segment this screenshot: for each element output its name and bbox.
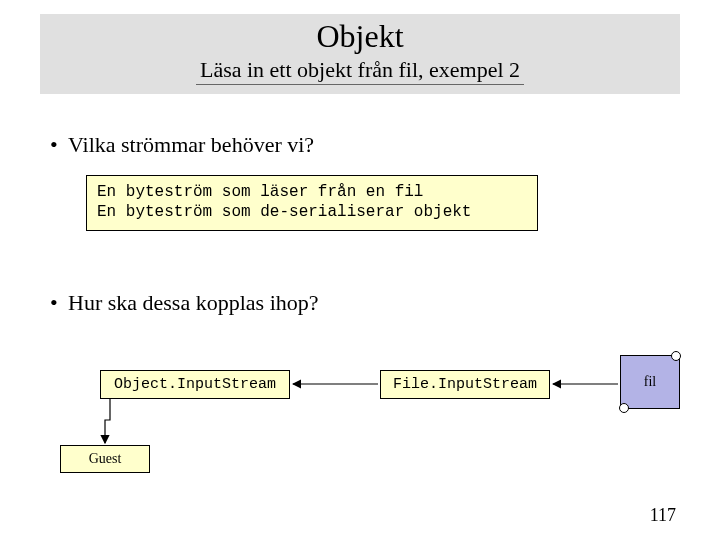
node-file-label: fil — [621, 374, 679, 390]
node-file-scroll: fil — [620, 355, 680, 409]
bullet-1: •Vilka strömmar behöver vi? — [50, 132, 314, 158]
bullet-dot-icon: • — [50, 290, 68, 316]
bullet-2: •Hur ska dessa kopplas ihop? — [50, 290, 319, 316]
node-objectinputstream-label: Object.InputStream — [101, 371, 289, 398]
code-box: En byteström som läser från en fil En by… — [86, 175, 538, 231]
node-guest: Guest — [60, 445, 150, 473]
title-main: Objekt — [40, 14, 680, 55]
title-sub: Läsa in ett objekt från fil, exempel 2 — [196, 57, 524, 85]
bullet-2-text: Hur ska dessa kopplas ihop? — [68, 290, 319, 315]
scroll-curl-icon — [671, 351, 681, 361]
bullet-1-text: Vilka strömmar behöver vi? — [68, 132, 314, 157]
page-number: 117 — [650, 505, 676, 526]
node-guest-label: Guest — [61, 446, 149, 472]
node-objectinputstream: Object.InputStream — [100, 370, 290, 399]
code-line-2: En byteström som de-serialiserar objekt — [97, 203, 471, 221]
node-fileinputstream: File.InputStream — [380, 370, 550, 399]
title-band: Objekt Läsa in ett objekt från fil, exem… — [40, 14, 680, 94]
code-line-1: En byteström som läser från en fil — [97, 183, 423, 201]
scroll-curl-icon — [619, 403, 629, 413]
node-fileinputstream-label: File.InputStream — [381, 371, 549, 398]
flow-diagram: Object.InputStream File.InputStream fil … — [0, 350, 720, 470]
slide: Objekt Läsa in ett objekt från fil, exem… — [0, 0, 720, 540]
bullet-dot-icon: • — [50, 132, 68, 158]
